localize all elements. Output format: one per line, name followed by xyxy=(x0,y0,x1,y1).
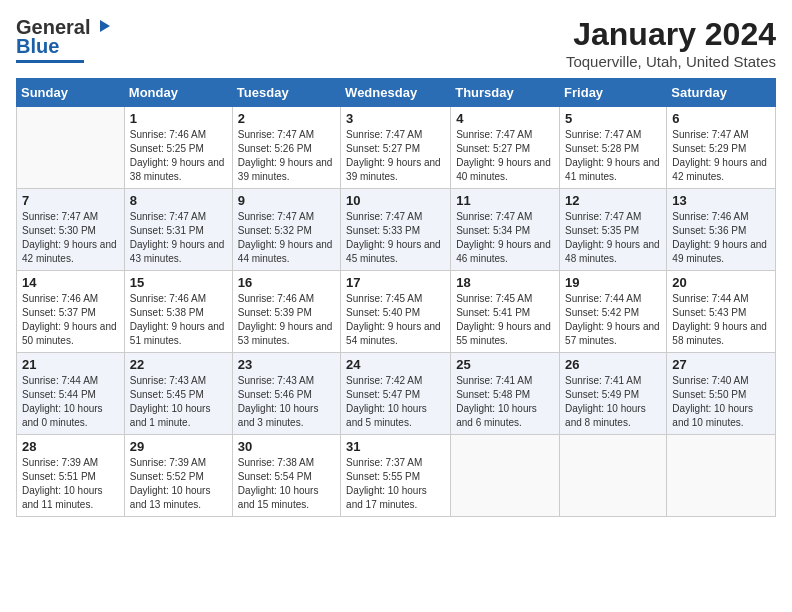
logo-blue: Blue xyxy=(16,35,59,58)
table-row: 17Sunrise: 7:45 AMSunset: 5:40 PMDayligh… xyxy=(341,271,451,353)
day-info: Sunrise: 7:41 AMSunset: 5:48 PMDaylight:… xyxy=(456,374,554,430)
table-row: 23Sunrise: 7:43 AMSunset: 5:46 PMDayligh… xyxy=(232,353,340,435)
header-thursday: Thursday xyxy=(451,79,560,107)
table-row: 12Sunrise: 7:47 AMSunset: 5:35 PMDayligh… xyxy=(560,189,667,271)
day-info: Sunrise: 7:38 AMSunset: 5:54 PMDaylight:… xyxy=(238,456,335,512)
day-info: Sunrise: 7:47 AMSunset: 5:30 PMDaylight:… xyxy=(22,210,119,266)
day-number: 29 xyxy=(130,439,227,454)
location-title: Toquerville, Utah, United States xyxy=(566,53,776,70)
header-wednesday: Wednesday xyxy=(341,79,451,107)
day-info: Sunrise: 7:47 AMSunset: 5:31 PMDaylight:… xyxy=(130,210,227,266)
day-number: 28 xyxy=(22,439,119,454)
table-row: 15Sunrise: 7:46 AMSunset: 5:38 PMDayligh… xyxy=(124,271,232,353)
day-number: 5 xyxy=(565,111,661,126)
calendar-week-row: 21Sunrise: 7:44 AMSunset: 5:44 PMDayligh… xyxy=(17,353,776,435)
day-info: Sunrise: 7:37 AMSunset: 5:55 PMDaylight:… xyxy=(346,456,445,512)
day-info: Sunrise: 7:40 AMSunset: 5:50 PMDaylight:… xyxy=(672,374,770,430)
table-row: 10Sunrise: 7:47 AMSunset: 5:33 PMDayligh… xyxy=(341,189,451,271)
day-number: 7 xyxy=(22,193,119,208)
day-info: Sunrise: 7:47 AMSunset: 5:29 PMDaylight:… xyxy=(672,128,770,184)
header-friday: Friday xyxy=(560,79,667,107)
calendar-week-row: 1Sunrise: 7:46 AMSunset: 5:25 PMDaylight… xyxy=(17,107,776,189)
table-row xyxy=(560,435,667,517)
day-number: 26 xyxy=(565,357,661,372)
calendar-week-row: 14Sunrise: 7:46 AMSunset: 5:37 PMDayligh… xyxy=(17,271,776,353)
day-info: Sunrise: 7:43 AMSunset: 5:46 PMDaylight:… xyxy=(238,374,335,430)
day-number: 27 xyxy=(672,357,770,372)
day-number: 17 xyxy=(346,275,445,290)
table-row: 21Sunrise: 7:44 AMSunset: 5:44 PMDayligh… xyxy=(17,353,125,435)
day-info: Sunrise: 7:46 AMSunset: 5:37 PMDaylight:… xyxy=(22,292,119,348)
day-number: 9 xyxy=(238,193,335,208)
table-row: 16Sunrise: 7:46 AMSunset: 5:39 PMDayligh… xyxy=(232,271,340,353)
day-number: 25 xyxy=(456,357,554,372)
day-number: 23 xyxy=(238,357,335,372)
table-row xyxy=(451,435,560,517)
calendar-week-row: 7Sunrise: 7:47 AMSunset: 5:30 PMDaylight… xyxy=(17,189,776,271)
table-row: 6Sunrise: 7:47 AMSunset: 5:29 PMDaylight… xyxy=(667,107,776,189)
title-block: January 2024 Toquerville, Utah, United S… xyxy=(566,16,776,70)
day-number: 15 xyxy=(130,275,227,290)
day-info: Sunrise: 7:47 AMSunset: 5:27 PMDaylight:… xyxy=(346,128,445,184)
page-header: General Blue January 2024 Toquerville, U… xyxy=(16,16,776,70)
day-number: 20 xyxy=(672,275,770,290)
table-row: 24Sunrise: 7:42 AMSunset: 5:47 PMDayligh… xyxy=(341,353,451,435)
day-number: 13 xyxy=(672,193,770,208)
day-info: Sunrise: 7:42 AMSunset: 5:47 PMDaylight:… xyxy=(346,374,445,430)
day-number: 30 xyxy=(238,439,335,454)
table-row: 14Sunrise: 7:46 AMSunset: 5:37 PMDayligh… xyxy=(17,271,125,353)
day-number: 3 xyxy=(346,111,445,126)
table-row: 11Sunrise: 7:47 AMSunset: 5:34 PMDayligh… xyxy=(451,189,560,271)
day-info: Sunrise: 7:46 AMSunset: 5:39 PMDaylight:… xyxy=(238,292,335,348)
day-number: 1 xyxy=(130,111,227,126)
day-number: 31 xyxy=(346,439,445,454)
calendar-table: Sunday Monday Tuesday Wednesday Thursday… xyxy=(16,78,776,517)
day-number: 6 xyxy=(672,111,770,126)
table-row: 25Sunrise: 7:41 AMSunset: 5:48 PMDayligh… xyxy=(451,353,560,435)
day-info: Sunrise: 7:47 AMSunset: 5:35 PMDaylight:… xyxy=(565,210,661,266)
day-number: 10 xyxy=(346,193,445,208)
table-row: 8Sunrise: 7:47 AMSunset: 5:31 PMDaylight… xyxy=(124,189,232,271)
day-info: Sunrise: 7:46 AMSunset: 5:36 PMDaylight:… xyxy=(672,210,770,266)
day-number: 2 xyxy=(238,111,335,126)
day-number: 24 xyxy=(346,357,445,372)
table-row: 3Sunrise: 7:47 AMSunset: 5:27 PMDaylight… xyxy=(341,107,451,189)
day-number: 22 xyxy=(130,357,227,372)
day-info: Sunrise: 7:47 AMSunset: 5:28 PMDaylight:… xyxy=(565,128,661,184)
day-number: 14 xyxy=(22,275,119,290)
table-row: 31Sunrise: 7:37 AMSunset: 5:55 PMDayligh… xyxy=(341,435,451,517)
table-row: 19Sunrise: 7:44 AMSunset: 5:42 PMDayligh… xyxy=(560,271,667,353)
day-number: 19 xyxy=(565,275,661,290)
month-title: January 2024 xyxy=(566,16,776,53)
calendar-header-row: Sunday Monday Tuesday Wednesday Thursday… xyxy=(17,79,776,107)
table-row: 9Sunrise: 7:47 AMSunset: 5:32 PMDaylight… xyxy=(232,189,340,271)
header-monday: Monday xyxy=(124,79,232,107)
header-tuesday: Tuesday xyxy=(232,79,340,107)
day-number: 4 xyxy=(456,111,554,126)
day-info: Sunrise: 7:47 AMSunset: 5:32 PMDaylight:… xyxy=(238,210,335,266)
svg-marker-0 xyxy=(100,20,110,32)
day-info: Sunrise: 7:47 AMSunset: 5:34 PMDaylight:… xyxy=(456,210,554,266)
day-number: 16 xyxy=(238,275,335,290)
day-info: Sunrise: 7:44 AMSunset: 5:44 PMDaylight:… xyxy=(22,374,119,430)
table-row xyxy=(17,107,125,189)
day-info: Sunrise: 7:47 AMSunset: 5:33 PMDaylight:… xyxy=(346,210,445,266)
logo-underline xyxy=(16,60,84,63)
table-row: 13Sunrise: 7:46 AMSunset: 5:36 PMDayligh… xyxy=(667,189,776,271)
day-info: Sunrise: 7:41 AMSunset: 5:49 PMDaylight:… xyxy=(565,374,661,430)
table-row: 27Sunrise: 7:40 AMSunset: 5:50 PMDayligh… xyxy=(667,353,776,435)
day-number: 18 xyxy=(456,275,554,290)
table-row: 4Sunrise: 7:47 AMSunset: 5:27 PMDaylight… xyxy=(451,107,560,189)
table-row: 28Sunrise: 7:39 AMSunset: 5:51 PMDayligh… xyxy=(17,435,125,517)
day-number: 21 xyxy=(22,357,119,372)
header-saturday: Saturday xyxy=(667,79,776,107)
day-info: Sunrise: 7:39 AMSunset: 5:51 PMDaylight:… xyxy=(22,456,119,512)
day-info: Sunrise: 7:44 AMSunset: 5:42 PMDaylight:… xyxy=(565,292,661,348)
day-info: Sunrise: 7:47 AMSunset: 5:26 PMDaylight:… xyxy=(238,128,335,184)
day-info: Sunrise: 7:46 AMSunset: 5:25 PMDaylight:… xyxy=(130,128,227,184)
table-row: 22Sunrise: 7:43 AMSunset: 5:45 PMDayligh… xyxy=(124,353,232,435)
table-row: 30Sunrise: 7:38 AMSunset: 5:54 PMDayligh… xyxy=(232,435,340,517)
table-row: 1Sunrise: 7:46 AMSunset: 5:25 PMDaylight… xyxy=(124,107,232,189)
table-row: 29Sunrise: 7:39 AMSunset: 5:52 PMDayligh… xyxy=(124,435,232,517)
table-row: 26Sunrise: 7:41 AMSunset: 5:49 PMDayligh… xyxy=(560,353,667,435)
